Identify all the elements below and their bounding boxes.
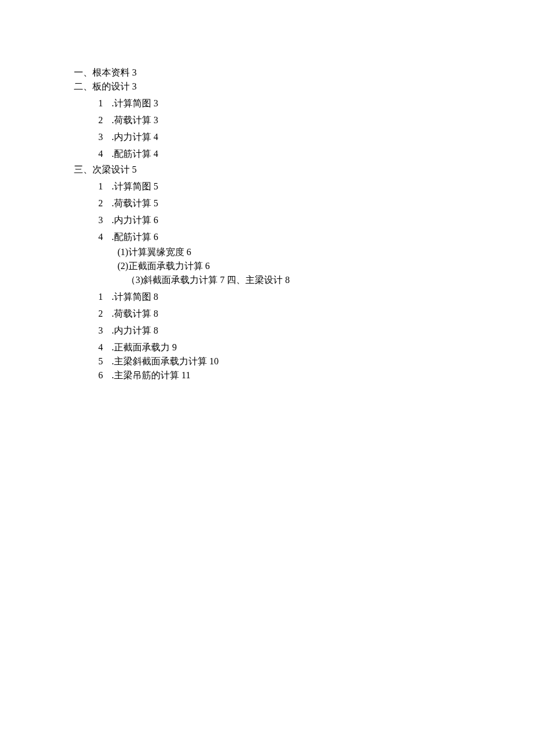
item-title: .计算简图 [112,181,151,191]
item-number: 4 [98,230,106,244]
sub-text: (2)正截面承载力计算 6 [117,261,210,271]
item-title: .计算简图 [112,292,151,302]
page-ref: 5 [154,198,158,208]
item-title: .主梁斜截面承载力计算 [112,356,207,366]
page-ref: 6 [154,232,158,242]
toc-item: 2.荷载计算 5 [98,196,535,210]
item-title: .荷载计算 [112,115,151,125]
item-title: .内力计算 [112,215,151,225]
item-number: 2 [98,113,106,127]
toc-item: 1.计算简图 8 [98,290,535,304]
page-ref: 10 [209,356,219,366]
item-title: .荷载计算 [112,309,151,318]
item-title: .主梁吊筋的计算 [112,370,179,380]
toc-section-2: 二、板的设计 3 [74,80,535,94]
item-number: 2 [98,196,106,210]
toc-item: 1.计算简图 3 [98,96,535,110]
item-number: 5 [98,354,106,368]
item-number: 1 [98,96,106,110]
page-ref: 8 [154,325,158,335]
page-ref: 3 [132,67,137,77]
item-number: 2 [98,307,106,321]
item-number: 3 [98,324,106,338]
section-title: 二、板的设计 [74,81,130,91]
toc-item: 4.配筋计算 6 [98,230,535,244]
toc-section-3: 三、次梁设计 5 [74,163,535,177]
page-ref: 8 [154,309,158,318]
item-title: .内力计算 [112,132,151,142]
page-ref: 6 [154,215,158,225]
sub-text: (1)计算翼缘宽度 6 [117,247,191,257]
item-title: .配筋计算 [112,149,151,159]
toc-item: 3.内力计算 4 [98,130,535,144]
page-ref: 5 [132,164,137,174]
page-ref: 3 [154,98,158,108]
toc-item: 4.配筋计算 4 [98,147,535,161]
item-number: 3 [98,213,106,227]
item-title: .计算简图 [112,98,151,108]
item-number: 4 [98,341,106,354]
toc-item: 3.内力计算 6 [98,213,535,227]
toc-section-1: 一、根本资料 3 [74,66,535,80]
toc-item: 3.内力计算 8 [98,324,535,338]
toc-subitem-combined: （3)斜截面承载力计算 7 四、主梁设计 8 [126,273,535,287]
toc-item: 4.正截面承载力 9 [98,341,535,354]
page-ref: 11 [181,370,190,380]
item-title: .内力计算 [112,325,151,335]
page-ref: 5 [154,181,158,191]
toc-item: 1.计算简图 5 [98,180,535,194]
toc-item: 6.主梁吊筋的计算 11 [98,368,535,382]
toc-container: 一、根本资料 3 二、板的设计 3 1.计算简图 3 2.荷载计算 3 3.内力… [74,66,535,382]
page-ref: 4 [154,149,158,159]
page-ref: 9 [172,342,177,352]
page-ref: 4 [154,132,158,142]
item-title: .正截面承载力 [112,342,170,352]
sub-text: （3)斜截面承载力计算 7 四、主梁设计 8 [126,275,290,285]
section-title: 一、根本资料 [74,67,130,77]
toc-subitem: (2)正截面承载力计算 6 [117,259,535,273]
toc-item: 2.荷载计算 3 [98,113,535,127]
toc-item: 2.荷载计算 8 [98,307,535,321]
page-ref: 8 [154,292,158,302]
page-ref: 3 [132,81,137,91]
item-number: 3 [98,130,106,144]
item-title: .配筋计算 [112,232,151,242]
item-number: 1 [98,290,106,304]
toc-subitem: (1)计算翼缘宽度 6 [117,245,535,259]
item-number: 1 [98,180,106,194]
toc-item: 5.主梁斜截面承载力计算 10 [98,354,535,368]
item-number: 6 [98,368,106,382]
item-number: 4 [98,147,106,161]
page-ref: 3 [154,115,158,125]
item-title: .荷载计算 [112,198,151,208]
section-title: 三、次梁设计 [74,164,130,174]
